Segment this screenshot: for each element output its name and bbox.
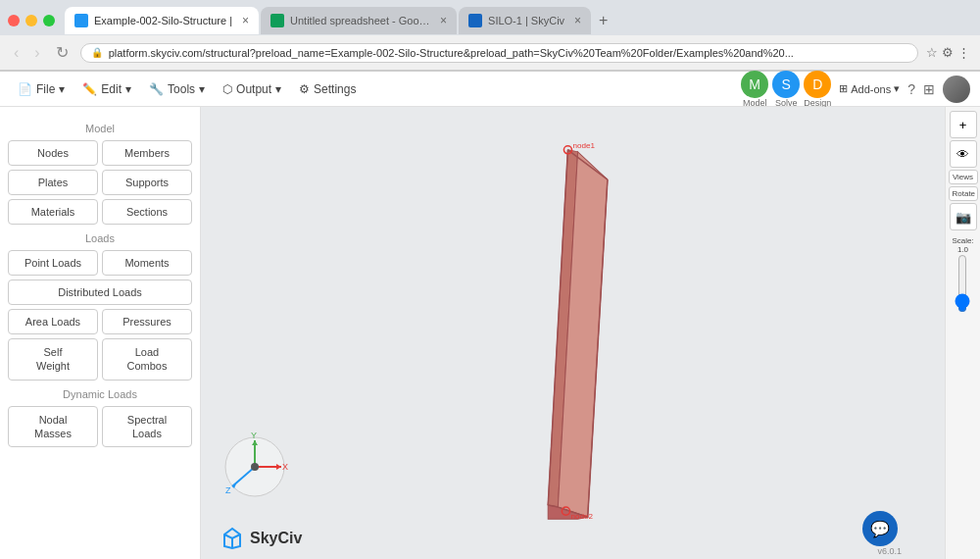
forward-button[interactable]: › xyxy=(30,42,43,64)
url-box[interactable]: 🔒 platform.skyciv.com/structural?preload… xyxy=(80,43,918,63)
views-button[interactable]: Views xyxy=(949,170,978,184)
scale-label: Scale: xyxy=(952,236,973,245)
scale-slider[interactable] xyxy=(953,254,972,313)
self-weight-combos-grid: Self Weight Load Combos xyxy=(8,338,192,381)
close-traffic-light[interactable] xyxy=(8,15,20,26)
output-label: Output xyxy=(236,82,271,96)
zoom-in-button[interactable]: + xyxy=(950,111,977,138)
chat-button[interactable]: 💬 xyxy=(862,511,898,546)
tools-chevron: ▾ xyxy=(199,82,205,96)
pressures-button[interactable]: Pressures xyxy=(102,309,192,334)
camera-button[interactable]: 📷 xyxy=(950,203,977,230)
tab-active[interactable]: Example-002-Silo-Structure | × xyxy=(65,7,259,34)
sections-button[interactable]: Sections xyxy=(102,199,192,225)
load-combos-label-line2: Combos xyxy=(127,360,168,372)
members-button[interactable]: Members xyxy=(102,140,192,166)
nodes-button[interactable]: Nodes xyxy=(8,140,98,166)
view-toggle-button[interactable]: 👁 xyxy=(950,140,977,168)
plus-icon: + xyxy=(959,118,967,132)
output-icon: ⬡ xyxy=(222,82,232,96)
skyciv-logo-icon xyxy=(220,527,244,550)
eye-icon: 👁 xyxy=(956,147,969,162)
edit-chevron: ▾ xyxy=(125,82,131,96)
distributed-loads-grid: Distributed Loads xyxy=(8,280,192,305)
svg-text:X: X xyxy=(282,462,288,472)
viewport[interactable]: SW: OFF 📷 💡 xyxy=(201,107,945,559)
svg-text:Y: Y xyxy=(251,432,257,440)
design-mode-icon: D xyxy=(804,71,831,98)
scale-container: Scale: 1.0 xyxy=(952,236,973,313)
dynamic-btn-grid: Nodal Masses Spectral Loads xyxy=(8,406,192,448)
addons-button[interactable]: ⊞ Add-ons ▾ xyxy=(839,82,900,95)
area-loads-button[interactable]: Area Loads xyxy=(8,309,98,334)
axis-widget: X Y Z xyxy=(220,432,289,501)
tab-favicon-3 xyxy=(468,14,482,27)
lock-icon: 🔒 xyxy=(91,47,103,58)
tab-close-1[interactable]: × xyxy=(242,14,249,27)
settings-button[interactable]: ⚙ Settings xyxy=(291,78,364,100)
spectral-loads-button[interactable]: Spectral Loads xyxy=(102,406,192,448)
tab-close-3[interactable]: × xyxy=(574,14,581,27)
spectral-loads-label-line1: Spectral xyxy=(127,414,167,426)
maximize-traffic-light[interactable] xyxy=(43,15,55,26)
self-weight-button[interactable]: Self Weight xyxy=(8,338,98,381)
svg-text:node2: node2 xyxy=(570,512,593,521)
tab-spreadsheet[interactable]: Untitled spreadsheet - Google ... × xyxy=(261,7,457,34)
self-weight-label-line1: Self xyxy=(44,346,63,358)
file-chevron: ▾ xyxy=(59,82,65,96)
new-tab-button[interactable]: + xyxy=(593,12,613,29)
toolbar-right: M Model S Solve D Design ⊞ Add-ons ▾ ? ⊞ xyxy=(741,71,970,108)
rotate-button[interactable]: Rotate xyxy=(949,186,978,201)
model-section-label: Model xyxy=(8,123,192,134)
tab-close-2[interactable]: × xyxy=(440,14,447,27)
url-text: platform.skyciv.com/structural?preload_n… xyxy=(109,47,794,59)
user-avatar[interactable] xyxy=(943,76,970,103)
materials-button[interactable]: Materials xyxy=(8,199,98,225)
supports-button[interactable]: Supports xyxy=(102,170,192,195)
minimize-traffic-light[interactable] xyxy=(25,15,37,26)
self-weight-label-line2: Weight xyxy=(36,360,70,372)
settings-label: Settings xyxy=(314,82,356,96)
model-mode-icon: M xyxy=(741,71,768,98)
skyciv-logo: SkyCiv xyxy=(220,527,302,550)
moments-button[interactable]: Moments xyxy=(102,250,192,276)
mode-model-tab[interactable]: M Model xyxy=(741,71,768,108)
svg-point-23 xyxy=(251,463,259,471)
tools-label: Tools xyxy=(168,82,195,96)
load-combos-label-line1: Load xyxy=(135,346,159,358)
file-menu-button[interactable]: 📄 File ▾ xyxy=(10,78,73,100)
edit-menu-button[interactable]: ✏️ Edit ▾ xyxy=(74,78,139,100)
mode-tabs: M Model S Solve D Design xyxy=(741,71,831,108)
version-label: v6.0.1 xyxy=(877,546,902,556)
apps-button[interactable]: ⊞ xyxy=(923,81,935,97)
settings-icon: ⚙ xyxy=(299,82,310,96)
distributed-loads-button[interactable]: Distributed Loads xyxy=(8,280,192,305)
output-chevron: ▾ xyxy=(275,82,281,96)
mode-solve-tab[interactable]: S Solve xyxy=(772,71,800,108)
help-button[interactable]: ? xyxy=(907,81,915,97)
tab-favicon-2 xyxy=(270,14,284,27)
bookmark-button[interactable]: ☆ xyxy=(926,45,938,60)
spectral-loads-label-line2: Loads xyxy=(132,428,162,439)
mode-design-tab[interactable]: D Design xyxy=(804,71,831,108)
load-combos-button[interactable]: Load Combos xyxy=(102,338,192,381)
nodal-masses-button[interactable]: Nodal Masses xyxy=(8,406,98,448)
tab-favicon-1 xyxy=(74,14,88,27)
main-area: Model Nodes Members Plates Supports Mate… xyxy=(0,107,980,559)
output-menu-button[interactable]: ⬡ Output ▾ xyxy=(215,78,289,100)
tab-bar: Example-002-Silo-Structure | × Untitled … xyxy=(0,0,980,35)
point-loads-button[interactable]: Point Loads xyxy=(8,250,98,276)
edit-label: Edit xyxy=(101,82,122,96)
menu-button[interactable]: ⋮ xyxy=(957,45,970,60)
tab-title-1: Example-002-Silo-Structure | xyxy=(94,15,232,26)
addons-label: Add-ons xyxy=(851,83,891,95)
edit-icon: ✏️ xyxy=(82,82,97,96)
reload-button[interactable]: ↻ xyxy=(52,41,73,64)
plates-button[interactable]: Plates xyxy=(8,170,98,195)
back-button[interactable]: ‹ xyxy=(10,42,23,64)
svg-text:Z: Z xyxy=(225,485,231,495)
extensions-button[interactable]: ⚙ xyxy=(942,45,954,60)
tab-silo[interactable]: SILO-1 | SkyCiv × xyxy=(459,7,591,34)
tab-title-2: Untitled spreadsheet - Google ... xyxy=(290,15,430,26)
tools-menu-button[interactable]: 🔧 Tools ▾ xyxy=(141,78,213,100)
